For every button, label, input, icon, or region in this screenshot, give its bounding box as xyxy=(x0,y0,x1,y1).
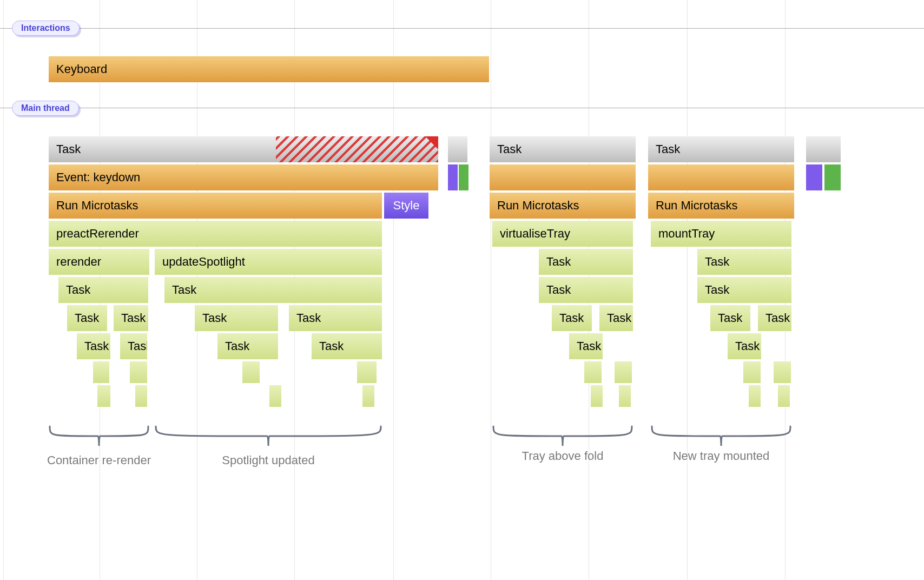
task-a-r7-1[interactable]: Task xyxy=(67,305,107,331)
task-block-b[interactable]: Task xyxy=(490,136,636,162)
brace-new-tray-mounted xyxy=(651,421,791,451)
task-b-r10-1[interactable] xyxy=(591,385,603,407)
render-chip-green-d[interactable] xyxy=(824,164,841,190)
brace-tray-above-fold xyxy=(492,421,633,451)
task-b-r6[interactable]: Task xyxy=(539,277,633,303)
microtasks-b[interactable]: Run Microtasks xyxy=(490,193,636,219)
track-label-interactions[interactable]: Interactions xyxy=(12,21,80,36)
rerender[interactable]: rerender xyxy=(49,249,149,275)
task-b-r8[interactable]: Task xyxy=(569,333,603,359)
task-block-d[interactable] xyxy=(806,136,841,162)
style-block[interactable]: Style xyxy=(384,193,428,219)
caption-new-tray-mounted: New tray mounted xyxy=(651,449,791,463)
task-c-r9-2[interactable] xyxy=(774,361,791,383)
caption-spotlight-updated: Spotlight updated xyxy=(198,453,339,467)
preact-rerender[interactable]: preactRerender xyxy=(49,221,382,247)
task-a-r8-4[interactable]: Task xyxy=(312,333,382,359)
task-a-r6-1[interactable]: Task xyxy=(58,277,148,303)
task-b-r9-2[interactable] xyxy=(615,361,632,383)
task-a-r10-1[interactable] xyxy=(97,385,110,407)
task-a-r9-3[interactable] xyxy=(242,361,260,383)
caption-container-rerender: Container re-render xyxy=(29,453,169,467)
task-a-r8-2[interactable]: Task xyxy=(120,333,147,359)
task-a-r7-2[interactable]: Task xyxy=(114,305,148,331)
task-c-r10-1[interactable] xyxy=(749,385,761,407)
task-c-r6[interactable]: Task xyxy=(697,277,791,303)
event-block-c[interactable] xyxy=(648,164,794,190)
task-a-r9-2[interactable] xyxy=(130,361,147,383)
task-b-r10-2[interactable] xyxy=(619,385,631,407)
task-block-a2[interactable] xyxy=(448,136,467,162)
event-block-b[interactable] xyxy=(490,164,636,190)
virtualise-tray[interactable]: virtualiseTray xyxy=(492,221,633,247)
task-a-r8-3[interactable]: Task xyxy=(217,333,278,359)
caption-tray-above-fold: Tray above fold xyxy=(492,449,633,463)
task-a-r10-4[interactable] xyxy=(362,385,374,407)
task-c-r7-2[interactable]: Task xyxy=(758,305,791,331)
main-thread-rule xyxy=(0,108,924,108)
task-label: Task xyxy=(56,142,81,156)
microtasks-c[interactable]: Run Microtasks xyxy=(648,193,794,219)
microtasks-a[interactable]: Run Microtasks xyxy=(49,193,382,219)
mount-tray[interactable]: mountTray xyxy=(651,221,791,247)
task-block-a[interactable]: Task xyxy=(49,136,438,162)
task-a-r7-4[interactable]: Task xyxy=(289,305,382,331)
task-a-r7-3[interactable]: Task xyxy=(195,305,278,331)
interaction-keyboard[interactable]: Keyboard xyxy=(49,56,489,82)
task-b-r5[interactable]: Task xyxy=(539,249,633,275)
brace-spotlight-updated xyxy=(155,421,382,451)
task-block-c[interactable]: Task xyxy=(648,136,794,162)
track-label-main-thread[interactable]: Main thread xyxy=(12,101,79,116)
long-task-indicator xyxy=(276,136,438,162)
interactions-rule xyxy=(0,28,924,29)
task-a-r9-4[interactable] xyxy=(357,361,377,383)
task-a-r8-1[interactable]: Task xyxy=(77,333,110,359)
task-c-r8[interactable]: Task xyxy=(728,333,761,359)
render-chip-green-a[interactable] xyxy=(459,164,468,190)
render-chip-purple-d[interactable] xyxy=(806,164,822,190)
update-spotlight[interactable]: updateSpotlight xyxy=(155,249,382,275)
event-keydown[interactable]: Event: keydown xyxy=(49,164,438,190)
task-c-r7-1[interactable]: Task xyxy=(710,305,750,331)
task-a-r6-2[interactable]: Task xyxy=(164,277,382,303)
brace-container-rerender xyxy=(49,421,149,451)
task-b-r7-1[interactable]: Task xyxy=(552,305,592,331)
task-a-r10-3[interactable] xyxy=(269,385,281,407)
task-c-r5[interactable]: Task xyxy=(697,249,791,275)
task-a-r10-2[interactable] xyxy=(135,385,147,407)
task-c-r10-2[interactable] xyxy=(778,385,790,407)
task-b-r9-1[interactable] xyxy=(584,361,602,383)
task-a-r9-1[interactable] xyxy=(93,361,109,383)
task-b-r7-2[interactable]: Task xyxy=(599,305,633,331)
render-chip-purple-a[interactable] xyxy=(448,164,458,190)
task-c-r9-1[interactable] xyxy=(743,361,761,383)
